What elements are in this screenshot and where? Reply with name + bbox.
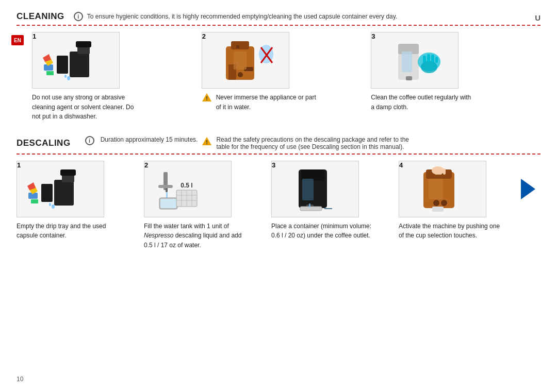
descaling-step-3-desc: Place a container (minimum volume: 0.6 l… xyxy=(271,221,374,241)
descaling-duration-note: i Duration approximately 15 minutes. xyxy=(85,136,198,145)
step-num-2: 2 xyxy=(202,32,206,40)
step-num-1: 1 xyxy=(32,32,36,40)
descaling-step-1-svg xyxy=(23,164,98,213)
cleaning-divider xyxy=(17,25,540,26)
descaling-step-1: 1 Empty the drip t xyxy=(17,161,144,250)
svg-rect-11 xyxy=(231,41,249,49)
svg-text:0.5 l: 0.5 l xyxy=(181,182,192,189)
svg-rect-1 xyxy=(77,46,90,54)
descaling-title: DESCALING xyxy=(17,138,71,148)
svg-point-67 xyxy=(433,200,439,206)
svg-rect-62 xyxy=(309,203,310,208)
cleaning-step-1-desc: Do not use any strong or abrasive cleani… xyxy=(32,93,135,122)
cleaning-title: CLEANING xyxy=(17,11,64,22)
u-label: U xyxy=(535,13,540,22)
descaling-step-num-3: 3 xyxy=(272,161,275,169)
svg-rect-46 xyxy=(166,188,168,192)
descaling-step-3-svg xyxy=(275,164,355,213)
svg-rect-71 xyxy=(439,167,442,175)
svg-rect-16 xyxy=(236,45,239,48)
descaling-step-4-svg xyxy=(403,164,483,213)
en-badge: EN xyxy=(11,35,24,45)
cleaning-step-2-svg xyxy=(205,36,285,85)
cleaning-step-1: 1 xyxy=(32,32,202,122)
descaling-section: DESCALING i Duration approximately 15 mi… xyxy=(17,136,540,250)
svg-rect-59 xyxy=(302,179,314,200)
descaling-step-3-image: 3 xyxy=(271,161,359,217)
step-num-3: 3 xyxy=(371,32,375,40)
descaling-duration-text: Duration approximately 15 minutes. xyxy=(101,136,198,143)
svg-rect-4 xyxy=(46,71,54,75)
svg-rect-73 xyxy=(432,207,444,212)
descaling-step-2-svg: 0.5 l xyxy=(148,164,228,213)
svg-point-8 xyxy=(64,75,67,78)
descaling-step-2: 2 xyxy=(144,161,271,250)
svg-rect-24 xyxy=(402,52,412,72)
svg-rect-9 xyxy=(76,41,91,47)
next-page-arrow[interactable] xyxy=(521,179,535,199)
descaling-step-3: 3 xyxy=(271,161,399,250)
descaling-divider xyxy=(17,154,540,155)
descaling-safety-text: Read the safety precautions on the desca… xyxy=(216,136,418,150)
descaling-step-2-desc: Fill the water tank with 1 unit of Nespr… xyxy=(144,221,247,250)
cleaning-header: CLEANING i To ensure hygienic conditions… xyxy=(17,11,540,22)
descaling-header: DESCALING i Duration approximately 15 mi… xyxy=(17,136,540,150)
svg-point-68 xyxy=(441,200,447,206)
svg-rect-25 xyxy=(406,76,412,80)
svg-rect-14 xyxy=(234,52,247,70)
svg-rect-35 xyxy=(62,175,74,182)
svg-rect-43 xyxy=(60,169,76,176)
svg-rect-72 xyxy=(443,168,446,175)
svg-rect-38 xyxy=(31,199,38,203)
descaling-step-num-1: 1 xyxy=(17,161,21,169)
cleaning-step-2-desc: Never immerse the appliance or part of i… xyxy=(216,93,319,112)
cleaning-steps-row: 1 xyxy=(17,32,540,122)
svg-rect-31 xyxy=(435,57,438,63)
descaling-step-4-desc: Activate the machine by pushing one of t… xyxy=(399,221,502,241)
cleaning-step-3-desc: Clean the coffee outlet regularly with a… xyxy=(371,93,474,112)
cleaning-step-1-image: 1 xyxy=(32,32,120,89)
cleaning-step-2-image: 2 xyxy=(202,32,289,89)
svg-point-27 xyxy=(421,61,437,73)
svg-rect-34 xyxy=(54,180,74,206)
svg-rect-45 xyxy=(158,185,173,188)
svg-rect-70 xyxy=(435,168,438,175)
svg-rect-36 xyxy=(41,184,53,202)
info-icon-cleaning: i xyxy=(74,12,83,21)
descaling-steps-row: 1 Empty the drip t xyxy=(17,161,540,250)
descaling-step-1-desc: Empty the drip tray and the used capsule… xyxy=(17,221,120,241)
svg-point-42 xyxy=(49,203,51,206)
cleaning-step-2-warning: ! Never immerse the appliance or part of… xyxy=(202,93,363,112)
cleaning-note: To ensure hygienic conditions, it is hig… xyxy=(87,13,397,20)
descaling-step-4-image: 4 xyxy=(399,161,486,217)
warning-icon-2: ! xyxy=(202,93,212,102)
svg-point-7 xyxy=(67,76,70,80)
descaling-step-4: 4 xyxy=(399,161,540,250)
descaling-notes: i Duration approximately 15 minutes. ! R… xyxy=(85,136,419,150)
cleaning-step-3-image: 3 xyxy=(371,32,458,89)
svg-rect-29 xyxy=(427,54,430,62)
svg-point-15 xyxy=(238,72,243,77)
info-icon-descaling: i xyxy=(85,136,94,145)
cleaning-step-3: 3 xyxy=(371,32,540,122)
svg-text:!: ! xyxy=(206,139,208,145)
svg-rect-28 xyxy=(423,56,426,63)
cleaning-step-2: 2 xyxy=(202,32,371,122)
descaling-step-2-image: 2 xyxy=(144,161,232,217)
page-number: 10 xyxy=(17,376,23,383)
warning-icon-descaling: ! xyxy=(202,137,212,146)
cleaning-step-3-svg xyxy=(375,36,455,85)
cleaning-step-1-svg xyxy=(39,36,113,85)
svg-point-41 xyxy=(52,204,55,209)
descaling-safety-note: ! Read the safety precautions on the des… xyxy=(202,136,418,150)
svg-rect-2 xyxy=(57,56,68,74)
svg-rect-49 xyxy=(160,199,176,208)
descaling-step-num-4: 4 xyxy=(399,161,403,169)
svg-rect-30 xyxy=(431,55,434,62)
svg-rect-61 xyxy=(300,207,322,211)
descaling-step-1-image: 1 xyxy=(17,161,104,217)
svg-rect-66 xyxy=(429,179,443,199)
page: U CLEANING i To ensure hygienic conditio… xyxy=(0,0,557,392)
svg-rect-0 xyxy=(70,52,89,77)
descaling-step-num-2: 2 xyxy=(144,161,148,169)
